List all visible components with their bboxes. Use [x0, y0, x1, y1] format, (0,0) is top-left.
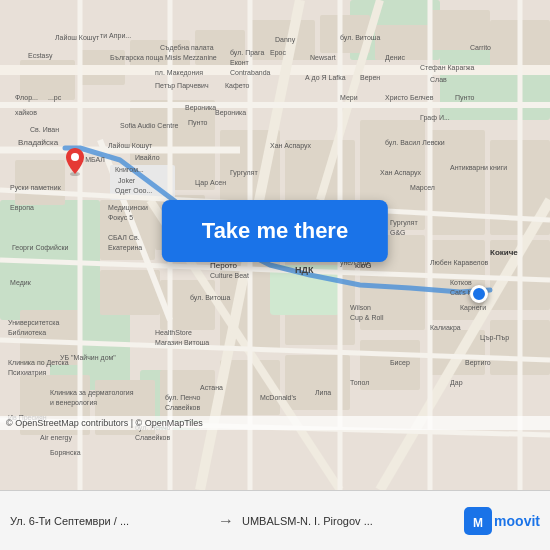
- svg-text:Денис: Денис: [385, 54, 405, 62]
- svg-text:Sofia Audio Centre: Sofia Audio Centre: [120, 122, 178, 129]
- svg-text:бул. Прага: бул. Прага: [230, 49, 264, 57]
- origin-pin: [64, 148, 86, 176]
- svg-text:Св. Иван: Св. Иван: [30, 126, 59, 133]
- svg-text:Cup & Roll: Cup & Roll: [350, 314, 384, 322]
- svg-text:Владайска: Владайска: [18, 138, 59, 147]
- svg-text:Славейков: Славейков: [135, 434, 171, 441]
- svg-text:Culture Beat: Culture Beat: [210, 272, 249, 279]
- svg-text:M: M: [473, 516, 483, 530]
- svg-text:Българска поща: Българска поща: [110, 54, 163, 62]
- svg-text:Медик: Медик: [10, 279, 32, 287]
- svg-text:Кокиче: Кокиче: [490, 248, 518, 257]
- svg-text:Марсел: Марсел: [410, 184, 435, 192]
- svg-text:Пунто: Пунто: [188, 119, 208, 127]
- svg-text:Мери: Мери: [340, 94, 358, 102]
- svg-text:Магазин Витоша: Магазин Витоша: [155, 339, 209, 346]
- svg-text:Ивайло: Ивайло: [135, 154, 160, 161]
- svg-point-161: [71, 153, 79, 161]
- svg-text:Европа: Европа: [10, 204, 34, 212]
- svg-text:G&G: G&G: [390, 229, 406, 236]
- svg-text:Лайош Кошут: Лайош Кошут: [108, 142, 153, 150]
- svg-text:Wilson: Wilson: [350, 304, 371, 311]
- svg-text:Астана: Астана: [200, 384, 223, 391]
- svg-text:бул. Витоша: бул. Витоша: [340, 34, 380, 42]
- svg-text:Лайош Кошут: Лайош Кошут: [55, 34, 100, 42]
- svg-text:Contrabanda: Contrabanda: [230, 69, 271, 76]
- svg-text:НДК: НДК: [295, 265, 314, 275]
- svg-text:СБАЛ Св.: СБАЛ Св.: [108, 234, 140, 241]
- svg-text:Air energy: Air energy: [40, 434, 72, 442]
- svg-text:Любен Каравелов: Любен Каравелов: [430, 259, 489, 267]
- svg-text:Христо Белчев: Христо Белчев: [385, 94, 434, 102]
- svg-text:Георги Софийски: Георги Софийски: [12, 244, 69, 252]
- moovit-logo: M moovit: [464, 507, 540, 535]
- svg-text:Стефан Карагжа: Стефан Карагжа: [420, 64, 475, 72]
- svg-text:ти Апри...: ти Апри...: [100, 32, 131, 40]
- svg-text:Еконт: Еконт: [230, 59, 250, 66]
- svg-text:...рс: ...рс: [48, 94, 62, 102]
- copyright-bar: © OpenStreetMap contributors | © OpenMap…: [0, 416, 550, 430]
- svg-text:пл. Македония: пл. Македония: [155, 69, 203, 77]
- svg-text:Вероника: Вероника: [215, 109, 246, 117]
- svg-text:Петър Парчевич: Петър Парчевич: [155, 82, 209, 90]
- moovit-text: moovit: [494, 513, 540, 529]
- svg-text:Клиника по Детска: Клиника по Детска: [8, 359, 69, 367]
- map-container: Владайска Лайош Кошут Петър Парчевич Хан…: [0, 0, 550, 490]
- svg-text:Гургулят: Гургулят: [230, 169, 258, 177]
- svg-text:Ecstasy: Ecstasy: [28, 52, 53, 60]
- svg-text:Топол: Топол: [350, 379, 369, 386]
- svg-text:Екатерина: Екатерина: [108, 244, 142, 252]
- svg-text:Вероника: Вероника: [185, 104, 216, 112]
- svg-text:HealthStore: HealthStore: [155, 329, 192, 336]
- destination-pin: [470, 285, 488, 303]
- svg-text:Университетска: Университетска: [8, 319, 59, 327]
- svg-text:Хан Аспарух: Хан Аспарух: [380, 169, 422, 177]
- svg-text:Калиакра: Калиакра: [430, 324, 461, 332]
- origin-label: Ул. 6-Ти Септември / ...: [10, 515, 210, 527]
- svg-text:Цър-Пър: Цър-Пър: [480, 334, 509, 342]
- svg-text:и венерология: и венерология: [50, 399, 97, 407]
- svg-text:Книгом...: Книгом...: [115, 166, 144, 173]
- svg-text:А до Я Lafka: А до Я Lafka: [305, 74, 346, 82]
- svg-text:бул. Васил Левски: бул. Васил Левски: [385, 139, 445, 147]
- svg-text:Липа: Липа: [315, 389, 331, 396]
- svg-text:хайков: хайков: [15, 109, 37, 116]
- copyright-text: © OpenStreetMap contributors | © OpenMap…: [6, 418, 203, 428]
- svg-text:Библиотека: Библиотека: [8, 329, 46, 336]
- svg-text:Клиника за дерматология: Клиника за дерматология: [50, 389, 134, 397]
- take-me-there-button[interactable]: Take me there: [162, 200, 388, 262]
- svg-text:Хан Аспарух: Хан Аспарух: [270, 142, 312, 150]
- svg-text:Перото: Перото: [210, 261, 237, 270]
- svg-text:Бисер: Бисер: [390, 359, 410, 367]
- svg-text:Danny: Danny: [275, 36, 296, 44]
- svg-text:Фокус 5: Фокус 5: [108, 214, 133, 222]
- direction-arrow-icon: →: [218, 512, 234, 530]
- svg-text:Верен: Верен: [360, 74, 380, 82]
- svg-text:Борянска: Борянска: [50, 449, 81, 457]
- destination-label: UMBALSM-N. I. Pirogov ...: [242, 515, 442, 527]
- svg-text:McDonald's: McDonald's: [260, 394, 297, 401]
- svg-text:Одет Ооо...: Одет Ооо...: [115, 187, 152, 195]
- svg-text:Гургулят: Гургулят: [390, 219, 418, 227]
- svg-rect-15: [15, 160, 65, 205]
- svg-text:Дар: Дар: [450, 379, 463, 387]
- svg-text:...: ...: [40, 136, 46, 143]
- svg-text:бул. Пенчо: бул. Пенчо: [165, 394, 201, 402]
- svg-text:Пунто: Пунто: [455, 94, 475, 102]
- svg-text:Славейков: Славейков: [165, 404, 201, 411]
- svg-text:Антикварни книги: Антикварни книги: [450, 164, 507, 172]
- svg-text:Кафето: Кафето: [225, 82, 250, 90]
- svg-text:Вертиго: Вертиго: [465, 359, 491, 367]
- svg-text:Граф И...: Граф И...: [420, 114, 450, 122]
- svg-text:Карнеги: Карнеги: [460, 304, 486, 312]
- svg-text:Цар Асен: Цар Асен: [195, 179, 226, 187]
- svg-text:Newsart: Newsart: [310, 54, 336, 61]
- svg-text:Психиатрия: Психиатрия: [8, 369, 47, 377]
- svg-text:Съдебна палата: Съдебна палата: [160, 44, 214, 52]
- bottom-bar: Ул. 6-Ти Септември / ... → UMBALSM-N. I.…: [0, 490, 550, 550]
- svg-text:Ерос: Ерос: [270, 49, 286, 57]
- svg-text:бул. Витоша: бул. Витоша: [190, 294, 230, 302]
- svg-text:Флор...: Флор...: [15, 94, 38, 102]
- svg-text:Слав: Слав: [430, 76, 447, 83]
- svg-text:Joker: Joker: [118, 177, 136, 184]
